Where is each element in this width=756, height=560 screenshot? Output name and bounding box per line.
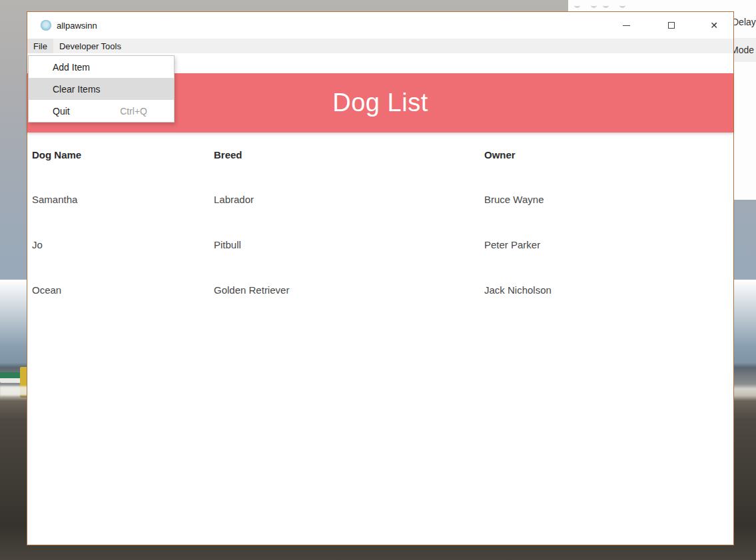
background-toolbar-icon: [603, 3, 609, 8]
background-toolbar-icon: [619, 3, 625, 8]
close-icon: ✕: [710, 21, 718, 30]
file-menu-dropdown: Add Item Clear Items Quit Ctrl+Q: [28, 55, 175, 123]
table-row: Samantha Labrador Bruce Wayne: [27, 176, 733, 222]
cell-dog-name: Jo: [32, 239, 214, 250]
cell-breed: Labrador: [214, 194, 484, 205]
close-button[interactable]: ✕: [699, 12, 729, 39]
dog-table: Dog Name Breed Owner Samantha Labrador B…: [27, 133, 733, 312]
electron-app-icon: [41, 20, 51, 31]
menu-bar: File Developer Tools: [27, 39, 733, 53]
minimize-icon: [623, 25, 630, 26]
beach-surf: [0, 386, 30, 396]
background-toolbar-icon: [591, 3, 597, 8]
menu-item-label: Clear Items: [53, 84, 101, 95]
column-header-owner: Owner: [484, 149, 733, 160]
page-content: Dog List Dog Name Breed Owner Samantha L…: [27, 53, 733, 545]
title-bar[interactable]: allpawsinn ✕: [27, 12, 733, 39]
cell-owner: Jack Nicholson: [484, 284, 733, 296]
menu-item-clear-items[interactable]: Clear Items: [29, 78, 174, 100]
menu-item-add-item[interactable]: Add Item: [29, 56, 174, 78]
window-title: allpawsinn: [57, 21, 97, 31]
table-row: Ocean Golden Retriever Jack Nicholson: [27, 267, 733, 312]
column-header-breed: Breed: [214, 149, 484, 160]
cell-dog-name: Ocean: [32, 284, 214, 296]
cell-owner: Peter Parker: [484, 239, 733, 250]
background-delay-label: Delay: [732, 17, 756, 27]
shortcut-label: Ctrl+Q: [120, 106, 147, 117]
menu-developer-tools[interactable]: Developer Tools: [53, 39, 127, 53]
cell-owner: Bruce Wayne: [484, 194, 733, 205]
background-window-toolbar: [568, 0, 756, 10]
table-header-row: Dog Name Breed Owner: [27, 133, 733, 176]
background-toolbar-icon: [574, 3, 580, 8]
menu-file[interactable]: File: [27, 39, 53, 53]
table-row: Jo Pitbull Peter Parker: [27, 222, 733, 267]
column-header-dog-name: Dog Name: [32, 149, 214, 160]
window-controls: ✕: [27, 12, 733, 39]
cell-breed: Golden Retriever: [214, 284, 484, 296]
menu-item-label: Add Item: [53, 62, 90, 73]
menu-item-quit[interactable]: Quit Ctrl+Q: [29, 100, 174, 122]
cell-dog-name: Samantha: [32, 194, 214, 205]
menu-item-label: Quit: [53, 106, 70, 117]
maximize-icon: [668, 22, 675, 29]
minimize-button[interactable]: [611, 12, 641, 39]
page-title: Dog List: [332, 89, 428, 117]
desktop-wallpaper: Delay Mode allpawsinn ✕ File Dev: [0, 0, 756, 560]
maximize-button[interactable]: [656, 12, 687, 39]
cell-breed: Pitbull: [214, 239, 484, 250]
